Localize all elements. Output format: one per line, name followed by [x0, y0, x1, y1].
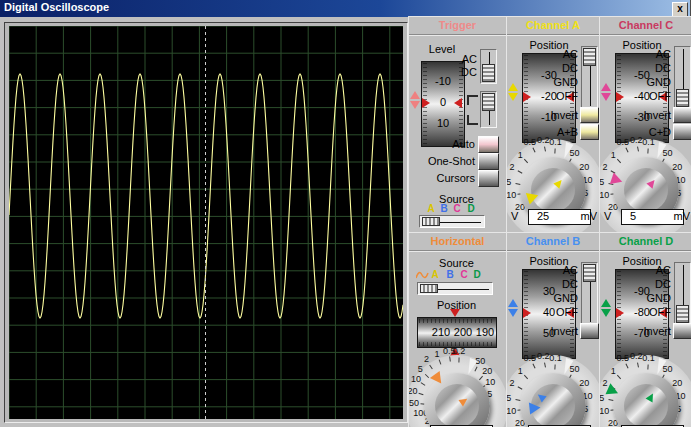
cursors-button[interactable]: [478, 170, 499, 187]
auto-button[interactable]: [478, 136, 499, 153]
unit-left-label: V: [511, 210, 518, 222]
level-marker-right-icon: [454, 98, 462, 108]
switch-thumb[interactable]: [482, 64, 495, 82]
dial-scale-label: 10: [506, 190, 516, 200]
wheel-value: 210: [432, 326, 450, 338]
switch-thumb[interactable]: [676, 305, 689, 323]
invert-button[interactable]: [673, 107, 691, 123]
value-dial[interactable]: 0.50.20.1502010521251020: [506, 351, 600, 427]
panel-channel-b: Channel B Position 304050 ACDCGNDOFF Inv…: [506, 232, 600, 427]
dial-scale-label: 0.2: [453, 346, 466, 356]
source-channel-c[interactable]: C: [458, 269, 470, 280]
trigger-level-arrows[interactable]: [410, 91, 420, 109]
dial-scale-label: 20: [579, 378, 589, 388]
trigger-edge-switch[interactable]: [480, 91, 497, 128]
wheel-value: 200: [454, 326, 472, 338]
trigger-panel: Trigger Level -10010 AC DC Auto One-Shot…: [408, 16, 507, 234]
dial-scale-label: 0.5: [524, 353, 537, 363]
dial-tick: [458, 357, 459, 362]
dial-scale-label: 0.1: [642, 137, 655, 147]
panel-channel-d: Channel D Position -90-80-70 ACDCGNDOFF …: [599, 232, 691, 427]
trigger-source-slider[interactable]: [419, 215, 485, 228]
unit-left-label: V: [604, 210, 611, 222]
coupling-switch[interactable]: [581, 262, 598, 325]
coupling-option-label: OFF: [600, 306, 671, 320]
title-bar[interactable]: Digital Oscilloscope x: [0, 0, 691, 17]
source-channel-d[interactable]: D: [471, 269, 483, 280]
dial-scale-label: 20: [408, 386, 418, 396]
coupling-switch[interactable]: [581, 46, 598, 109]
switch-thumb[interactable]: [676, 89, 689, 107]
dial-scale-label: 1: [518, 366, 523, 376]
value-dial[interactable]: 2001005020105210.50.25020105210.5: [408, 351, 507, 427]
horizontal-source-label: Source: [409, 257, 504, 269]
switch-thumb[interactable]: [583, 264, 596, 282]
source-channel-c[interactable]: C: [451, 203, 463, 214]
coupling-labels: ACDCGNDOFF: [507, 48, 578, 104]
source-channel-b[interactable]: B: [444, 269, 456, 280]
coupling-labels: ACDCGNDOFF: [600, 48, 671, 104]
dial-pointer-icon[interactable]: [529, 401, 541, 414]
dial-scale-label: 5: [506, 177, 511, 187]
trigger-coupling-dc-label: DC: [409, 66, 477, 78]
level-marker-left-icon: [422, 98, 430, 108]
coupling-option-label: GND: [600, 292, 671, 306]
coupling-switch[interactable]: [674, 262, 691, 325]
step-up-icon[interactable]: [410, 91, 420, 99]
dial-scale-label: 10: [411, 374, 421, 384]
coupling-option-label: DC: [507, 62, 578, 76]
unit-right-label: mV: [581, 210, 598, 222]
dial-scale-label: 0.2: [537, 351, 550, 361]
value-dial[interactable]: 0.50.20.1502010521251020: [599, 351, 691, 427]
dial-scale-label: 1: [611, 366, 616, 376]
source-channel-d[interactable]: D: [465, 203, 477, 214]
slider-thumb[interactable]: [420, 284, 438, 293]
horizontal-panel: Horizontal Source ABCD Position 21020019…: [408, 232, 507, 427]
switch-thumb[interactable]: [482, 93, 495, 111]
dial-scale-label: 20: [672, 162, 682, 172]
slider-thumb[interactable]: [422, 217, 440, 226]
scope-svg: [9, 26, 403, 419]
source-channel-b[interactable]: B: [438, 203, 450, 214]
auto-label: Auto: [409, 138, 475, 150]
panel-channel-a: Channel A Position -30-20-10 ACDCGNDOFF …: [506, 16, 600, 234]
dial-scale-label: 2: [509, 378, 514, 388]
dial-scale-label: 0.1: [549, 353, 562, 363]
dial-scale-label: 10: [506, 406, 516, 416]
invert-button[interactable]: [580, 107, 599, 123]
coupling-labels: ACDCGNDOFF: [600, 264, 671, 320]
scope-screen: [9, 26, 403, 419]
horizontal-source-slider[interactable]: [417, 282, 493, 295]
source-channel-a[interactable]: A: [425, 203, 437, 214]
dial-scale-label: 10: [599, 190, 609, 200]
step-down-icon[interactable]: [410, 101, 420, 109]
dial-scale-label: 10: [485, 377, 495, 387]
switch-thumb[interactable]: [583, 48, 596, 66]
channel-title: Channel A: [526, 19, 580, 31]
one-shot-button[interactable]: [478, 153, 499, 170]
coupling-option-label: GND: [600, 76, 671, 90]
source-channel-a[interactable]: A: [429, 269, 441, 280]
coupling-option-label: AC: [507, 48, 578, 62]
coupling-option-label: AC: [600, 48, 671, 62]
horizontal-title: Horizontal: [431, 235, 485, 247]
edge-rising-icon: [467, 95, 478, 105]
dial-scale-label: 20: [579, 162, 589, 172]
coupling-option-label: OFF: [507, 90, 578, 104]
channel-title: Channel C: [619, 19, 673, 31]
dial-scale-label: 2: [424, 354, 429, 364]
dial-scale-label: 0.1: [642, 353, 655, 363]
dial-scale-label: 5: [599, 393, 604, 403]
invert-button[interactable]: [580, 323, 599, 339]
invert-button[interactable]: [673, 323, 691, 339]
coupling-switch[interactable]: [674, 46, 691, 109]
trigger-title: Trigger: [439, 19, 476, 31]
close-button[interactable]: x: [672, 2, 688, 17]
channel-title: Channel D: [619, 235, 673, 247]
coupling-option-label: AC: [600, 264, 671, 278]
wheel-value: 190: [476, 326, 494, 338]
trigger-coupling-switch[interactable]: [480, 49, 497, 84]
channel-title: Channel B: [526, 235, 580, 247]
invert-label: Invert: [507, 109, 578, 121]
horizontal-position-wheel[interactable]: 210200190: [417, 317, 497, 348]
